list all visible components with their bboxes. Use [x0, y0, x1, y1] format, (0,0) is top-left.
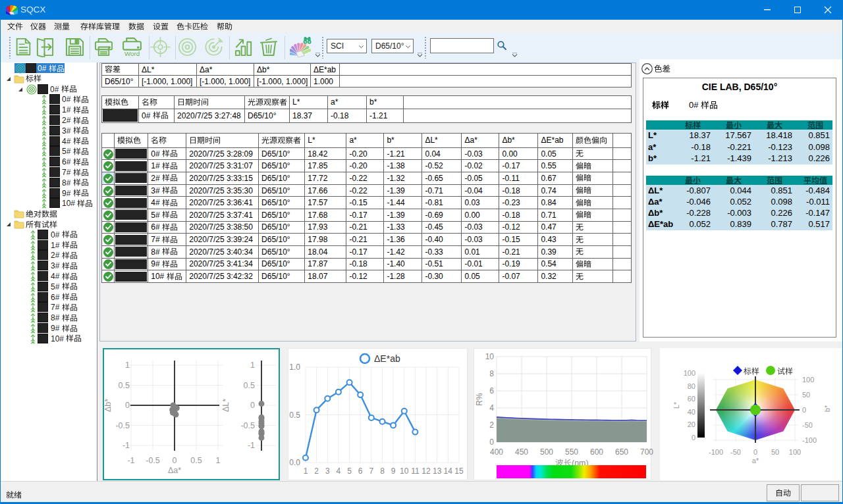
svg-text:2: 2 [314, 466, 319, 476]
svg-text:60: 60 [688, 395, 695, 403]
svg-text:0.5: 0.5 [244, 381, 255, 390]
svg-text:450: 450 [515, 447, 528, 457]
svg-text:50: 50 [771, 448, 779, 456]
svg-text:20: 20 [688, 420, 695, 428]
svg-text:0: 0 [753, 448, 757, 456]
svg-text:1: 1 [250, 361, 255, 370]
svg-text:6: 6 [489, 386, 494, 395]
svg-text:8: 8 [380, 466, 385, 476]
svg-text:-100: -100 [802, 436, 817, 444]
svg-text:15: 15 [454, 466, 464, 476]
svg-text:9: 9 [391, 466, 396, 476]
svg-text:100: 100 [684, 369, 695, 377]
svg-text:-1: -1 [127, 456, 134, 465]
svg-text:10: 10 [485, 352, 495, 361]
svg-text:0: 0 [173, 456, 177, 465]
svg-text:L*: L* [672, 401, 680, 409]
svg-text:0: 0 [125, 401, 130, 410]
svg-text:14: 14 [444, 466, 453, 476]
svg-text:0: 0 [250, 401, 255, 410]
svg-text:400: 400 [490, 447, 503, 457]
svg-text:5: 5 [347, 466, 352, 476]
svg-text:0.5: 0.5 [289, 411, 300, 420]
svg-text:-0.5: -0.5 [146, 456, 160, 465]
svg-text:1.0: 1.0 [289, 363, 300, 372]
svg-text:11: 11 [411, 466, 420, 476]
svg-text:-1: -1 [122, 441, 130, 450]
svg-text:1: 1 [216, 456, 221, 465]
svg-text:-100: -100 [709, 448, 723, 456]
svg-text:6: 6 [358, 466, 363, 476]
svg-text:0: 0 [692, 434, 695, 441]
svg-text:-50: -50 [802, 421, 813, 429]
svg-text:100: 100 [802, 376, 814, 384]
svg-text:40: 40 [688, 408, 695, 416]
svg-text:80: 80 [688, 382, 695, 390]
svg-text:0: 0 [802, 406, 806, 414]
svg-text:ΔE*ab: ΔE*ab [374, 353, 400, 364]
svg-text:8: 8 [489, 369, 494, 378]
svg-text:12: 12 [422, 466, 431, 476]
svg-text:500: 500 [540, 447, 553, 457]
svg-text:Word: Word [124, 50, 140, 57]
svg-text:700: 700 [640, 447, 653, 457]
svg-text:0.5: 0.5 [190, 456, 202, 465]
svg-text:0.5: 0.5 [119, 381, 130, 390]
svg-text:-1: -1 [248, 441, 255, 450]
svg-text:0.0: 0.0 [289, 458, 300, 467]
svg-text:Δb*: Δb* [103, 399, 113, 412]
svg-text:3: 3 [325, 466, 330, 476]
svg-text:ΔL*: ΔL* [221, 399, 231, 412]
svg-text:-0.5: -0.5 [240, 421, 255, 430]
svg-text:1: 1 [304, 466, 308, 476]
svg-text:550: 550 [565, 447, 578, 457]
svg-text:7: 7 [369, 466, 373, 476]
svg-text:10: 10 [400, 466, 409, 476]
svg-text:4: 4 [337, 466, 341, 476]
svg-text:100: 100 [789, 448, 801, 456]
svg-text:R%: R% [475, 393, 484, 406]
svg-text:0: 0 [489, 438, 494, 447]
svg-text:650: 650 [615, 447, 628, 457]
svg-text:a*: a* [752, 457, 759, 465]
svg-text:-50: -50 [730, 448, 741, 456]
svg-text:13: 13 [433, 466, 442, 476]
svg-text:1: 1 [125, 361, 130, 370]
svg-text:-0.5: -0.5 [115, 421, 130, 430]
svg-text:600: 600 [590, 447, 603, 457]
svg-text:b*: b* [823, 405, 831, 412]
svg-text:2: 2 [489, 420, 494, 430]
svg-text:50: 50 [802, 391, 810, 399]
svg-text:4: 4 [489, 403, 494, 413]
svg-text:Δa*: Δa* [168, 466, 181, 475]
